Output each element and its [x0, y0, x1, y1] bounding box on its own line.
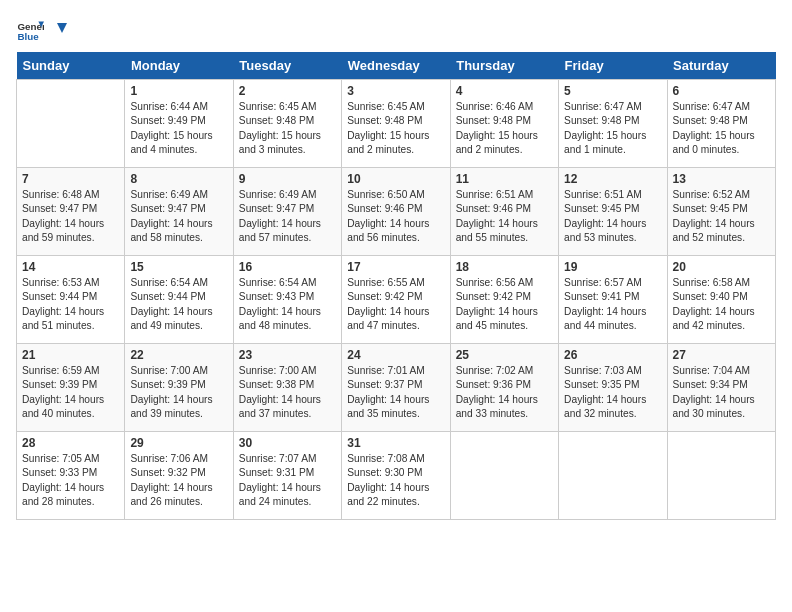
col-header-friday: Friday [559, 52, 667, 80]
day-content: Sunrise: 6:47 AM Sunset: 9:48 PM Dayligh… [673, 100, 770, 157]
day-content: Sunrise: 6:49 AM Sunset: 9:47 PM Dayligh… [130, 188, 227, 245]
calendar-cell: 21Sunrise: 6:59 AM Sunset: 9:39 PM Dayli… [17, 344, 125, 432]
calendar-cell: 16Sunrise: 6:54 AM Sunset: 9:43 PM Dayli… [233, 256, 341, 344]
day-content: Sunrise: 6:54 AM Sunset: 9:43 PM Dayligh… [239, 276, 336, 333]
day-number: 28 [22, 436, 119, 450]
day-number: 11 [456, 172, 553, 186]
day-content: Sunrise: 6:51 AM Sunset: 9:45 PM Dayligh… [564, 188, 661, 245]
col-header-thursday: Thursday [450, 52, 558, 80]
calendar-cell: 27Sunrise: 7:04 AM Sunset: 9:34 PM Dayli… [667, 344, 775, 432]
day-number: 4 [456, 84, 553, 98]
day-content: Sunrise: 7:05 AM Sunset: 9:33 PM Dayligh… [22, 452, 119, 509]
calendar-cell [559, 432, 667, 520]
calendar-cell: 11Sunrise: 6:51 AM Sunset: 9:46 PM Dayli… [450, 168, 558, 256]
day-number: 5 [564, 84, 661, 98]
day-content: Sunrise: 7:06 AM Sunset: 9:32 PM Dayligh… [130, 452, 227, 509]
day-number: 20 [673, 260, 770, 274]
calendar-cell: 5Sunrise: 6:47 AM Sunset: 9:48 PM Daylig… [559, 80, 667, 168]
day-number: 29 [130, 436, 227, 450]
calendar-table: SundayMondayTuesdayWednesdayThursdayFrid… [16, 52, 776, 520]
week-row-2: 7Sunrise: 6:48 AM Sunset: 9:47 PM Daylig… [17, 168, 776, 256]
logo-triangle-icon [49, 21, 67, 39]
day-number: 2 [239, 84, 336, 98]
day-content: Sunrise: 7:07 AM Sunset: 9:31 PM Dayligh… [239, 452, 336, 509]
day-number: 21 [22, 348, 119, 362]
calendar-cell: 23Sunrise: 7:00 AM Sunset: 9:38 PM Dayli… [233, 344, 341, 432]
week-row-1: 1Sunrise: 6:44 AM Sunset: 9:49 PM Daylig… [17, 80, 776, 168]
day-number: 15 [130, 260, 227, 274]
day-content: Sunrise: 6:52 AM Sunset: 9:45 PM Dayligh… [673, 188, 770, 245]
calendar-cell: 10Sunrise: 6:50 AM Sunset: 9:46 PM Dayli… [342, 168, 450, 256]
day-number: 18 [456, 260, 553, 274]
calendar-cell: 1Sunrise: 6:44 AM Sunset: 9:49 PM Daylig… [125, 80, 233, 168]
day-content: Sunrise: 6:45 AM Sunset: 9:48 PM Dayligh… [347, 100, 444, 157]
day-content: Sunrise: 6:56 AM Sunset: 9:42 PM Dayligh… [456, 276, 553, 333]
calendar-cell: 17Sunrise: 6:55 AM Sunset: 9:42 PM Dayli… [342, 256, 450, 344]
calendar-cell: 31Sunrise: 7:08 AM Sunset: 9:30 PM Dayli… [342, 432, 450, 520]
day-content: Sunrise: 7:02 AM Sunset: 9:36 PM Dayligh… [456, 364, 553, 421]
day-content: Sunrise: 6:48 AM Sunset: 9:47 PM Dayligh… [22, 188, 119, 245]
header: General Blue [16, 16, 776, 44]
calendar-cell [17, 80, 125, 168]
header-row: SundayMondayTuesdayWednesdayThursdayFrid… [17, 52, 776, 80]
day-content: Sunrise: 6:55 AM Sunset: 9:42 PM Dayligh… [347, 276, 444, 333]
day-number: 16 [239, 260, 336, 274]
calendar-cell: 20Sunrise: 6:58 AM Sunset: 9:40 PM Dayli… [667, 256, 775, 344]
day-content: Sunrise: 7:04 AM Sunset: 9:34 PM Dayligh… [673, 364, 770, 421]
calendar-cell [667, 432, 775, 520]
calendar-cell [450, 432, 558, 520]
calendar-cell: 24Sunrise: 7:01 AM Sunset: 9:37 PM Dayli… [342, 344, 450, 432]
col-header-sunday: Sunday [17, 52, 125, 80]
calendar-cell: 25Sunrise: 7:02 AM Sunset: 9:36 PM Dayli… [450, 344, 558, 432]
calendar-cell: 15Sunrise: 6:54 AM Sunset: 9:44 PM Dayli… [125, 256, 233, 344]
day-content: Sunrise: 6:51 AM Sunset: 9:46 PM Dayligh… [456, 188, 553, 245]
day-content: Sunrise: 6:58 AM Sunset: 9:40 PM Dayligh… [673, 276, 770, 333]
day-number: 19 [564, 260, 661, 274]
week-row-5: 28Sunrise: 7:05 AM Sunset: 9:33 PM Dayli… [17, 432, 776, 520]
day-number: 27 [673, 348, 770, 362]
day-number: 22 [130, 348, 227, 362]
day-number: 7 [22, 172, 119, 186]
day-number: 14 [22, 260, 119, 274]
logo: General Blue [16, 16, 68, 44]
day-content: Sunrise: 6:57 AM Sunset: 9:41 PM Dayligh… [564, 276, 661, 333]
day-number: 31 [347, 436, 444, 450]
calendar-cell: 12Sunrise: 6:51 AM Sunset: 9:45 PM Dayli… [559, 168, 667, 256]
svg-marker-3 [57, 23, 67, 33]
day-content: Sunrise: 6:46 AM Sunset: 9:48 PM Dayligh… [456, 100, 553, 157]
calendar-cell: 28Sunrise: 7:05 AM Sunset: 9:33 PM Dayli… [17, 432, 125, 520]
calendar-cell: 7Sunrise: 6:48 AM Sunset: 9:47 PM Daylig… [17, 168, 125, 256]
day-number: 10 [347, 172, 444, 186]
calendar-cell: 26Sunrise: 7:03 AM Sunset: 9:35 PM Dayli… [559, 344, 667, 432]
day-content: Sunrise: 7:01 AM Sunset: 9:37 PM Dayligh… [347, 364, 444, 421]
day-number: 26 [564, 348, 661, 362]
day-content: Sunrise: 6:59 AM Sunset: 9:39 PM Dayligh… [22, 364, 119, 421]
week-row-4: 21Sunrise: 6:59 AM Sunset: 9:39 PM Dayli… [17, 344, 776, 432]
col-header-wednesday: Wednesday [342, 52, 450, 80]
day-number: 6 [673, 84, 770, 98]
calendar-cell: 19Sunrise: 6:57 AM Sunset: 9:41 PM Dayli… [559, 256, 667, 344]
calendar-cell: 2Sunrise: 6:45 AM Sunset: 9:48 PM Daylig… [233, 80, 341, 168]
calendar-cell: 13Sunrise: 6:52 AM Sunset: 9:45 PM Dayli… [667, 168, 775, 256]
day-number: 9 [239, 172, 336, 186]
col-header-saturday: Saturday [667, 52, 775, 80]
calendar-cell: 22Sunrise: 7:00 AM Sunset: 9:39 PM Dayli… [125, 344, 233, 432]
calendar-cell: 9Sunrise: 6:49 AM Sunset: 9:47 PM Daylig… [233, 168, 341, 256]
day-content: Sunrise: 7:00 AM Sunset: 9:38 PM Dayligh… [239, 364, 336, 421]
day-content: Sunrise: 6:47 AM Sunset: 9:48 PM Dayligh… [564, 100, 661, 157]
logo-icon: General Blue [16, 16, 44, 44]
day-number: 13 [673, 172, 770, 186]
calendar-cell: 30Sunrise: 7:07 AM Sunset: 9:31 PM Dayli… [233, 432, 341, 520]
col-header-tuesday: Tuesday [233, 52, 341, 80]
day-number: 23 [239, 348, 336, 362]
calendar-cell: 14Sunrise: 6:53 AM Sunset: 9:44 PM Dayli… [17, 256, 125, 344]
calendar-cell: 29Sunrise: 7:06 AM Sunset: 9:32 PM Dayli… [125, 432, 233, 520]
day-content: Sunrise: 6:45 AM Sunset: 9:48 PM Dayligh… [239, 100, 336, 157]
svg-text:Blue: Blue [17, 31, 39, 42]
day-content: Sunrise: 6:54 AM Sunset: 9:44 PM Dayligh… [130, 276, 227, 333]
calendar-cell: 3Sunrise: 6:45 AM Sunset: 9:48 PM Daylig… [342, 80, 450, 168]
day-content: Sunrise: 6:53 AM Sunset: 9:44 PM Dayligh… [22, 276, 119, 333]
week-row-3: 14Sunrise: 6:53 AM Sunset: 9:44 PM Dayli… [17, 256, 776, 344]
calendar-cell: 6Sunrise: 6:47 AM Sunset: 9:48 PM Daylig… [667, 80, 775, 168]
calendar-cell: 18Sunrise: 6:56 AM Sunset: 9:42 PM Dayli… [450, 256, 558, 344]
